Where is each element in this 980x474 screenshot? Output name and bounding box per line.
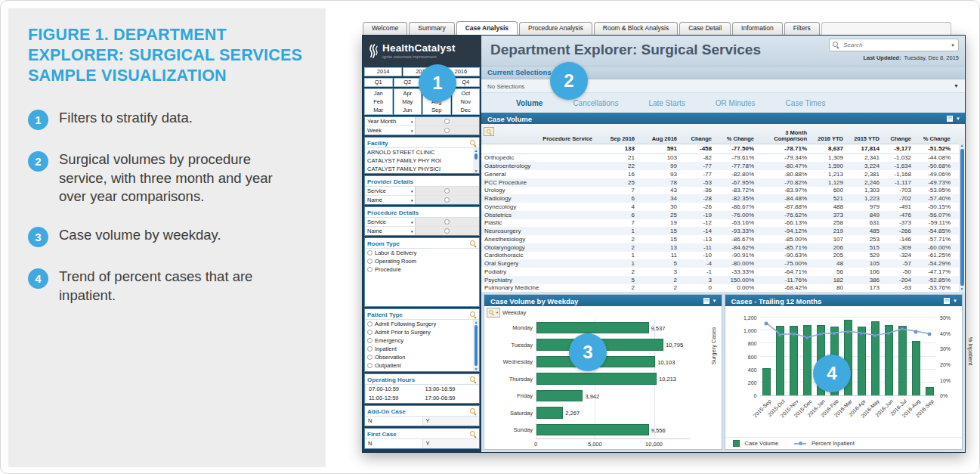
weekday-bar[interactable] — [536, 407, 563, 419]
line-marker[interactable] — [765, 322, 768, 326]
app-tab[interactable]: Procedure Analysis — [519, 22, 592, 35]
column-header[interactable]: % Change — [714, 136, 756, 142]
scroll-down-icon[interactable]: ▼ — [475, 367, 478, 371]
scroll-up-icon[interactable]: ▲ — [475, 320, 478, 324]
room-type-item[interactable]: Operating Room — [365, 257, 479, 265]
column-header[interactable]: Change — [882, 136, 914, 142]
year-cell[interactable]: 2014 — [364, 67, 402, 76]
search-icon[interactable] — [470, 431, 477, 438]
line-marker[interactable] — [914, 330, 918, 333]
scroll-down-icon[interactable]: ▼ — [960, 287, 964, 292]
caret-down-icon[interactable]: ▼ — [951, 43, 955, 48]
table-row[interactable]: Urology 7 43 -36 -83.72% -83.97% 600 1,3… — [481, 187, 965, 195]
provider-dropdown[interactable]: Service ▾ — [365, 187, 479, 196]
search-icon[interactable] — [470, 311, 477, 318]
month-cell[interactable]: Jun — [394, 106, 422, 114]
table-row[interactable]: Obstetrics 6 25 -19 -76.00% -76.62% 373 … — [481, 211, 965, 219]
facility-item[interactable]: CATALYST FAMILY PHY ROI — [365, 156, 479, 165]
patient-type-item[interactable]: Emergency — [365, 336, 479, 345]
export-icon[interactable] — [947, 116, 953, 122]
month-cell[interactable]: Apr — [394, 89, 422, 98]
line-marker[interactable] — [901, 327, 904, 331]
scroll-up-icon[interactable]: ▲ — [475, 148, 478, 153]
column-header[interactable]: Sep 2016 — [595, 136, 637, 142]
line-marker[interactable] — [805, 336, 809, 339]
line-marker[interactable] — [833, 331, 836, 335]
table-search-icon[interactable] — [484, 127, 494, 136]
search-icon[interactable] — [470, 408, 477, 415]
year-month-dropdown[interactable]: Year Month ▾ — [365, 117, 479, 126]
search-box[interactable]: ▼ — [829, 39, 959, 51]
line-marker[interactable] — [887, 331, 891, 335]
patient-type-scrollbar[interactable]: ▲ ▼ — [473, 320, 479, 371]
radio-icon[interactable] — [444, 188, 450, 194]
radio-icon[interactable] — [444, 128, 450, 133]
operating-hours-item[interactable]: 11:00-12:59 — [365, 394, 422, 403]
table-row[interactable]: Cardiothoracic 1 11 -10 -90.91% -90.63% … — [481, 252, 965, 260]
caret-down-icon[interactable]: ▼ — [953, 299, 957, 303]
column-header[interactable]: % Change — [914, 136, 953, 142]
line-marker[interactable] — [873, 333, 877, 337]
addon-case-item[interactable]: N — [365, 417, 422, 426]
weekday-bar[interactable] — [536, 373, 657, 385]
line-marker[interactable] — [928, 332, 932, 336]
weekday-dimension-chip[interactable]: ▼ Weekday — [484, 306, 722, 318]
scroll-up-icon[interactable]: ▲ — [960, 143, 964, 148]
procedure-dropdown[interactable]: Service ▾ — [365, 218, 479, 227]
app-tab[interactable]: Case Detail — [679, 22, 731, 35]
table-row[interactable]: Podiatry 2 3 -1 -33.33% -64.71% 56 106 -… — [481, 268, 965, 276]
weekday-bar[interactable] — [536, 390, 583, 402]
table-row[interactable]: Psychiatry 5 2 3 150.00% -11.76% 182 386… — [481, 276, 965, 284]
facility-item[interactable]: CATALYST FAMILY PHYSICI — [365, 165, 479, 173]
table-row[interactable]: General 16 93 -77 -82.80% -80.88% 1,213 … — [481, 170, 965, 178]
metric-tab[interactable]: OR Minutes — [716, 99, 756, 107]
month-cell[interactable]: Sep — [423, 106, 450, 114]
export-icon[interactable] — [703, 298, 709, 304]
procedure-dropdown[interactable]: Name ▾ — [365, 227, 479, 235]
month-cell[interactable]: Jan — [365, 89, 392, 98]
column-header[interactable]: 2016 YTD — [809, 136, 846, 142]
column-header[interactable]: 2015 YTD — [846, 136, 882, 142]
metric-tab[interactable]: Case Times — [786, 99, 826, 107]
scroll-down-icon[interactable]: ▼ — [475, 169, 478, 173]
scroll-thumb[interactable] — [475, 325, 478, 366]
patient-type-item[interactable]: Inpatient — [365, 345, 479, 353]
weekday-bar[interactable] — [536, 322, 649, 334]
search-input[interactable] — [842, 41, 948, 49]
scroll-thumb[interactable] — [475, 153, 478, 160]
table-row[interactable]: PCC Procedure 25 78 -53 -67.95% -70.82% … — [481, 178, 965, 187]
month-cell[interactable]: Feb — [365, 98, 392, 106]
caret-down-icon[interactable]: ▼ — [954, 83, 959, 88]
export-icon[interactable] — [944, 298, 950, 304]
table-row[interactable]: Gastroenterology 22 99 -77 -77.78% -80.4… — [481, 162, 965, 170]
line-marker[interactable] — [846, 330, 850, 333]
scroll-thumb[interactable] — [960, 149, 964, 286]
column-header[interactable]: Change — [679, 136, 714, 142]
metric-tab[interactable]: Volume — [516, 99, 543, 107]
app-tab[interactable]: Information — [732, 22, 783, 35]
operating-hours-item[interactable]: 07:00-10:59 — [365, 385, 422, 394]
month-cell[interactable]: Oct — [453, 89, 480, 98]
patient-type-item[interactable]: Outpatient — [365, 361, 479, 370]
table-row[interactable]: Pulmonary Medicine 2 2 0 0.00% -68.42% 8… — [481, 284, 965, 293]
line-marker[interactable] — [819, 332, 823, 336]
app-tab[interactable]: Room & Block Analysis — [594, 22, 678, 35]
radio-icon[interactable] — [444, 197, 450, 203]
metric-tab[interactable]: Late Starts — [648, 99, 685, 107]
patient-type-item[interactable]: Admit Following Surgery — [365, 320, 479, 328]
app-tab[interactable]: Summary — [409, 22, 454, 35]
room-type-item[interactable]: Labor & Delivery — [365, 249, 479, 257]
caret-down-icon[interactable]: ▼ — [713, 299, 717, 303]
first-case-item[interactable]: N — [365, 439, 422, 448]
patient-type-item[interactable]: Admit Prior to Surgery — [365, 328, 479, 336]
room-type-item[interactable]: Procedure — [365, 265, 479, 274]
search-icon[interactable] — [470, 376, 477, 383]
radio-icon[interactable] — [444, 119, 450, 124]
week-dropdown[interactable]: Week ▾ — [365, 126, 479, 135]
radio-icon[interactable] — [444, 219, 450, 225]
column-header[interactable]: Aug 2016 — [637, 136, 679, 142]
first-case-item[interactable]: Y — [422, 439, 480, 448]
provider-dropdown[interactable]: Name ▾ — [365, 196, 479, 204]
table-row[interactable]: Gynecology 4 30 -26 -86.67% -87.88% 488 … — [481, 203, 965, 211]
table-row[interactable]: Radiology 6 34 -28 -82.35% -84.48% 521 1… — [481, 194, 965, 203]
